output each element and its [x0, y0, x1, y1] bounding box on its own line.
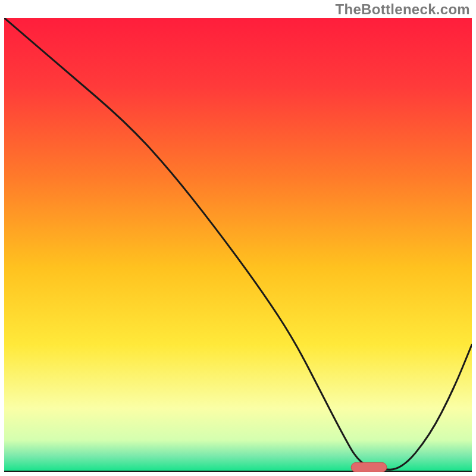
watermark-label: TheBottleneck.com [336, 1, 470, 18]
optimal-marker [351, 462, 387, 472]
plot-svg [4, 18, 472, 472]
bottleneck-plot [4, 18, 472, 472]
gradient-background [4, 18, 472, 472]
